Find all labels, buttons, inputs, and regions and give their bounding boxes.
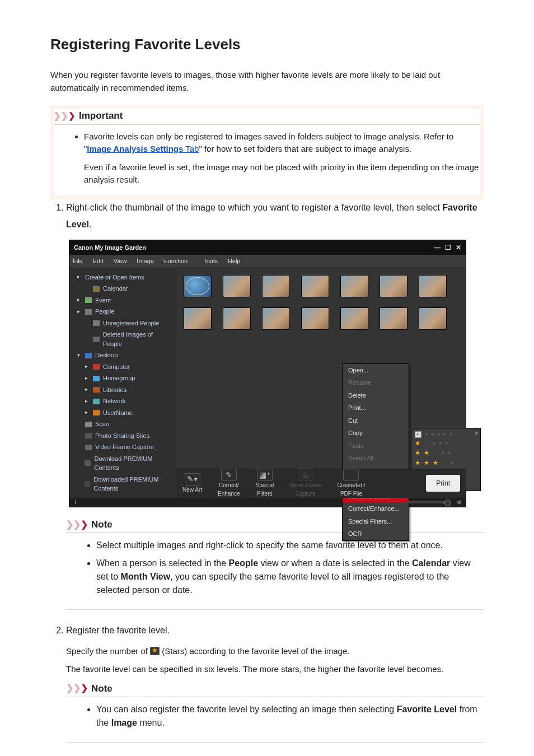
note-bullet: You can also register the favorite level… bbox=[96, 703, 484, 730]
thumbnail[interactable] bbox=[380, 275, 407, 297]
checkbox-icon[interactable]: ✓ bbox=[415, 431, 421, 438]
thumbnail[interactable] bbox=[301, 275, 329, 297]
sidebar-item[interactable]: Calendar bbox=[73, 283, 174, 295]
step-1: Right-click the thumbnail of the image t… bbox=[66, 199, 484, 610]
sidebar-item[interactable]: ▸People bbox=[73, 306, 174, 318]
thumbnail-grid bbox=[184, 275, 459, 330]
step2-sub1: Specify the number of (Stars) according … bbox=[66, 645, 484, 658]
thumbnail[interactable] bbox=[184, 307, 212, 330]
intro-paragraph: When you register favorite levels to ima… bbox=[50, 69, 484, 94]
menu-view[interactable]: View bbox=[114, 256, 127, 266]
app-window: Canon My Image Garden — ☐ ✕ File Edit Vi… bbox=[69, 240, 466, 507]
note-bullet: Select multiple images and right-click t… bbox=[96, 539, 484, 552]
bottom-toolbar: ✎▾New Art ✎Correct/ Enhance ▦⁺Special Fi… bbox=[177, 469, 466, 498]
context-menu-item[interactable]: Print... bbox=[343, 402, 409, 414]
sidebar-item[interactable]: ▸Computer bbox=[73, 361, 174, 373]
sidebar-item[interactable]: ▸Libraries bbox=[73, 384, 174, 396]
thumbnail[interactable] bbox=[340, 307, 368, 330]
close-icon[interactable]: ✕ bbox=[456, 242, 461, 253]
info-icon[interactable]: i bbox=[75, 498, 77, 506]
note-callout: ❯❯❯ Note Select multiple images and righ… bbox=[66, 517, 484, 610]
thumbnail[interactable] bbox=[380, 307, 407, 330]
thumbnail[interactable] bbox=[340, 275, 368, 297]
sidebar-item[interactable]: ▸Event bbox=[73, 295, 174, 306]
star-icon[interactable]: ★ bbox=[415, 438, 420, 448]
context-menu-item[interactable]: Correct/Enhance... bbox=[343, 502, 409, 515]
sidebar-item[interactable]: Video Frame Capture bbox=[73, 441, 174, 453]
context-menu-item[interactable]: Cut bbox=[343, 414, 409, 427]
important-para2: Even if a favorite level is set, the ima… bbox=[84, 161, 480, 186]
chevron-icon: ❯❯❯ bbox=[66, 682, 88, 695]
sidebar-item[interactable]: Unregistered People bbox=[73, 318, 174, 329]
context-menu-item[interactable]: Copy bbox=[343, 427, 409, 440]
correct-enhance-button[interactable]: ✎Correct/ Enhance bbox=[218, 469, 240, 498]
thumbnail[interactable] bbox=[301, 307, 329, 330]
context-menu-item[interactable]: Special Filters... bbox=[343, 515, 409, 528]
important-title: Important bbox=[79, 109, 123, 123]
chevron-icon: ❯❯❯ bbox=[66, 518, 88, 531]
note-bullet: When a person is selected in the People … bbox=[96, 557, 484, 597]
important-callout: ❯❯❯ Important Favorite levels can only b… bbox=[50, 105, 484, 199]
thumbnail[interactable] bbox=[262, 275, 290, 297]
note-callout: ❯❯❯ Note You can also register the favor… bbox=[66, 682, 484, 743]
sidebar-item[interactable]: Deleted Images of People bbox=[73, 329, 174, 349]
menu-image[interactable]: Image bbox=[137, 256, 154, 266]
page-title: Registering Favorite Levels bbox=[50, 34, 484, 55]
chevron-icon: ❯❯❯ bbox=[54, 110, 76, 123]
note-title: Note bbox=[91, 682, 113, 696]
sidebar-item[interactable]: Scan bbox=[73, 418, 174, 430]
context-menu-item: Select All bbox=[343, 452, 409, 465]
pdf-button[interactable]: Create/Edit PDF File bbox=[337, 469, 365, 498]
menu-function[interactable]: Function bbox=[164, 256, 188, 266]
sidebar-item[interactable]: Downloaded PREMIUM Contents bbox=[73, 474, 174, 494]
thumbnail[interactable] bbox=[419, 275, 447, 297]
context-menu-item[interactable]: Delete bbox=[343, 389, 409, 402]
sidebar: ▸Create or Open ItemsCalendar▸Event▸Peop… bbox=[69, 268, 177, 498]
important-bullet: Favorite levels can only be registered t… bbox=[84, 130, 480, 186]
step-2: Register the favorite level. Specify the… bbox=[66, 622, 484, 743]
step2-sub2: The favorite level can be specified in s… bbox=[66, 663, 484, 676]
minimize-icon[interactable]: — bbox=[434, 242, 441, 253]
sidebar-item[interactable]: ▸Homegroup bbox=[73, 372, 174, 384]
sidebar-item[interactable]: Photo Sharing Sites bbox=[73, 430, 174, 442]
context-menu: Open...RenameDeletePrint...CutCopyPasteS… bbox=[342, 363, 409, 541]
menu-edit[interactable]: Edit bbox=[93, 256, 104, 266]
close-icon[interactable]: × bbox=[475, 429, 478, 437]
context-menu-item: Paste bbox=[343, 440, 409, 452]
sidebar-item[interactable]: ▸Network bbox=[73, 395, 174, 407]
sidebar-item[interactable]: ▸UserName bbox=[73, 407, 174, 419]
thumbnail[interactable] bbox=[184, 275, 212, 297]
context-menu-item[interactable]: OCR bbox=[343, 528, 409, 540]
zoom-in-icon[interactable]: ⊕ bbox=[457, 498, 461, 506]
print-button[interactable]: Print bbox=[426, 475, 460, 492]
zoom-slider[interactable] bbox=[405, 501, 450, 503]
main-area: Open...RenameDeletePrint...CutCopyPasteS… bbox=[177, 268, 466, 498]
context-menu-item[interactable]: Open... bbox=[343, 364, 409, 377]
menu-file[interactable]: File bbox=[73, 256, 83, 266]
sidebar-item[interactable]: ▸Create or Open Items bbox=[73, 272, 174, 283]
thumbnail[interactable] bbox=[223, 275, 251, 297]
sidebar-item[interactable]: Download PREMIUM Contents bbox=[73, 453, 174, 474]
special-filters-button[interactable]: ▦⁺Special Filters bbox=[256, 469, 274, 498]
sidebar-item[interactable]: ▾Desktop bbox=[73, 349, 174, 361]
thumbnail[interactable] bbox=[419, 307, 447, 330]
maximize-icon[interactable]: ☐ bbox=[445, 242, 451, 253]
image-analysis-link[interactable]: Image Analysis Settings bbox=[87, 144, 183, 153]
context-menu-item: Rename bbox=[343, 376, 409, 389]
star-icon bbox=[150, 647, 160, 655]
titlebar: Canon My Image Garden — ☐ ✕ bbox=[69, 240, 466, 255]
thumbnail[interactable] bbox=[223, 307, 251, 330]
thumbnail[interactable] bbox=[262, 307, 290, 330]
menu-tools[interactable]: Tools bbox=[203, 256, 218, 266]
video-frame-button: ⧉Video Frame Capture bbox=[289, 469, 321, 498]
menubar: File Edit View Image Function Tools Help bbox=[69, 255, 466, 268]
new-art-button[interactable]: ✎▾New Art bbox=[182, 473, 202, 494]
note-title: Note bbox=[91, 517, 113, 532]
menu-help[interactable]: Help bbox=[228, 256, 241, 266]
